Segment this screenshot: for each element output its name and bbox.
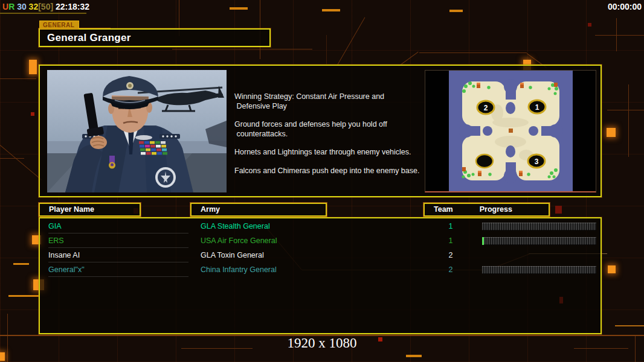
circuit-line: [595, 35, 644, 36]
circuit-line: [172, 49, 312, 49]
strategy-text: Winning Strategy: Constant Air Pressure …: [234, 92, 422, 185]
hud-underline: [0, 13, 86, 14]
portrait-art: [47, 70, 227, 192]
strategy-paragraph: Falcons and Chimeras push deep into the …: [234, 167, 422, 176]
strategy-paragraph: Winning Strategy: Constant Air Pressure …: [234, 92, 422, 111]
circuit-line: [8, 295, 39, 297]
player-army: China Infantry General: [201, 263, 277, 276]
map-start-marker: 2: [477, 101, 494, 114]
loading-progress-bar: [482, 223, 596, 230]
svg-text:1: 1: [535, 103, 539, 112]
table-row: GIA GLA Stealth General 1: [40, 220, 601, 234]
hud-segment: [50]: [38, 2, 53, 11]
red-square: [555, 206, 562, 214]
player-name: ERS: [48, 234, 188, 248]
player-army: USA Air Force General: [201, 234, 277, 247]
map-preview-panel: 2 1 3: [425, 70, 596, 192]
general-info-panel: Winning Strategy: Constant Air Pressure …: [39, 65, 602, 197]
circuit-line: [616, 18, 617, 51]
map-start-marker: 1: [529, 100, 546, 113]
glow-square: [29, 60, 37, 74]
red-square: [31, 112, 34, 116]
column-header-army: Army: [190, 203, 327, 217]
player-name: General"x": [48, 263, 188, 277]
general-name-title: General Granger: [39, 28, 271, 47]
column-header-player-name: Player Name: [39, 203, 141, 217]
circuit-line: [607, 110, 644, 110]
column-header-team: Team: [434, 205, 453, 214]
glow-square: [607, 128, 616, 137]
strategy-paragraph: Ground forces and defenses help you hold…: [234, 120, 422, 139]
circuit-line: [628, 84, 629, 157]
circuit-line: [615, 325, 644, 326]
column-header-team-progress: TeamProgress: [423, 203, 550, 217]
map-start-marker: 3: [528, 154, 545, 168]
player-team: 2: [446, 249, 456, 262]
circuit-line: [419, 52, 527, 53]
player-name: GIA: [48, 220, 188, 233]
strategy-paragraph: Hornets and Lightnings tear through enem…: [234, 148, 422, 157]
glow-square: [0, 352, 5, 361]
table-row: ERS USA Air Force General 1: [40, 234, 601, 249]
player-army: GLA Toxin General: [201, 249, 264, 262]
hud-segment: 22:18:32: [53, 2, 89, 11]
purple-heart-medal: [109, 156, 115, 169]
player-team: 1: [446, 234, 456, 247]
loading-progress-bar: [482, 237, 596, 245]
circuit-line: [0, 158, 24, 159]
loading-progress-bar: [482, 266, 596, 274]
fps-network-counter: UR 30 32[50] 22:18:32: [2, 2, 89, 11]
player-army: GLA Stealth General: [201, 220, 270, 233]
resolution-label: 1920 x 1080: [0, 335, 644, 351]
column-header-progress: Progress: [480, 205, 512, 214]
progress-fill: [482, 237, 484, 245]
hud-segment: R: [8, 2, 14, 11]
general-tab-label: GENERAL: [39, 21, 79, 30]
circuit-line: [230, 7, 248, 10]
table-row: General"x" China Infantry General 2: [40, 263, 601, 278]
table-row: Insane AI GLA Toxin General 2: [40, 249, 601, 263]
hud-segment: 32: [27, 2, 38, 11]
svg-text:3: 3: [534, 157, 538, 166]
circuit-line: [449, 10, 463, 12]
game-timer: 00:00:00: [608, 2, 642, 11]
circuit-line: [322, 9, 340, 11]
circuit-line: [406, 355, 422, 357]
map-preview: 2 1 3: [449, 71, 573, 191]
general-portrait: [47, 70, 227, 192]
svg-text:2: 2: [483, 104, 488, 112]
player-team: 1: [446, 220, 456, 233]
hud-segment: U: [2, 2, 8, 11]
circuit-line: [326, 35, 327, 64]
hud-segment: 30: [14, 2, 26, 11]
player-team: 2: [446, 263, 456, 276]
circuit-line: [13, 263, 29, 265]
map-start-marker: [476, 154, 493, 168]
glow-square: [608, 265, 616, 273]
red-square: [588, 23, 591, 27]
circuit-line: [0, 78, 36, 79]
player-table: GIA GLA Stealth General 1 ERS USA Air Fo…: [39, 217, 602, 334]
player-name: Insane AI: [48, 249, 188, 262]
